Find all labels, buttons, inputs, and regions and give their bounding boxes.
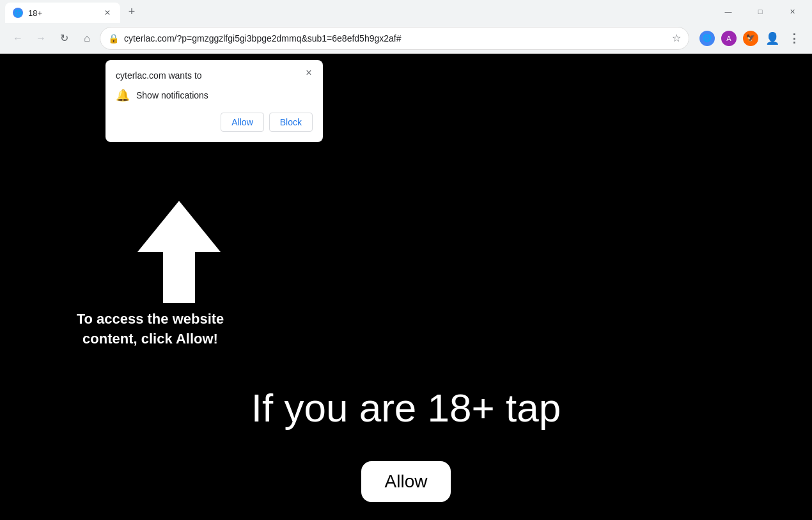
user-button[interactable]: 👤 — [762, 28, 783, 49]
webpage: cyterlac.com wants to × 🔔 Show notificat… — [0, 54, 812, 520]
instruction-text: To access the website content, click All… — [51, 310, 249, 349]
notification-popup: cyterlac.com wants to × 🔔 Show notificat… — [105, 60, 323, 142]
browser-frame: 🌐 18+ ✕ + — □ ✕ ← → ↻ ⌂ 🔒 cyterlac.com/?… — [0, 0, 812, 520]
popup-title: cyterlac.com wants to — [116, 70, 313, 81]
profile-button[interactable]: A — [719, 28, 739, 49]
svg-marker-0 — [137, 201, 221, 303]
bookmark-button[interactable]: ☆ — [672, 32, 681, 44]
address-bar[interactable]: 🔒 cyterlac.com/?p=gmzggzlfgi5gi3bpge2dmm… — [100, 27, 689, 50]
home-button[interactable]: ⌂ — [77, 28, 97, 49]
minimize-button[interactable]: — — [714, 1, 743, 22]
forward-button[interactable]: → — [31, 28, 51, 49]
close-button[interactable]: ✕ — [777, 1, 807, 22]
nav-bar: ← → ↻ ⌂ 🔒 cyterlac.com/?p=gmzggzlfgi5gi3… — [0, 23, 812, 54]
tab-title: 18+ — [28, 8, 97, 18]
popup-actions: Allow Block — [116, 113, 313, 132]
toolbar-buttons: 🌐 A 🦅 👤 ⋮ — [697, 28, 804, 49]
page-allow-button[interactable]: Allow — [361, 461, 451, 502]
window-controls: — □ ✕ — [714, 1, 807, 22]
menu-button[interactable]: ⋮ — [784, 28, 804, 49]
new-tab-button[interactable]: + — [123, 3, 141, 20]
arrow-container — [137, 201, 221, 306]
tap-text: If you are 18+ tap — [0, 385, 812, 430]
popup-close-button[interactable]: × — [302, 67, 315, 79]
url-text: cyterlac.com/?p=gmzggzlfgi5gi3bpge2dmmq&… — [124, 33, 667, 43]
extension-icon: 🦅 — [743, 31, 758, 46]
reload-button[interactable]: ↻ — [54, 28, 74, 49]
popup-allow-button[interactable]: Allow — [221, 113, 263, 132]
permission-text: Show notifications — [136, 90, 208, 100]
world-icon-button[interactable]: 🌐 — [697, 28, 717, 49]
back-button[interactable]: ← — [8, 28, 28, 49]
title-bar: 🌐 18+ ✕ + — □ ✕ — [0, 0, 812, 23]
menu-icon: ⋮ — [788, 31, 800, 45]
tab-favicon: 🌐 — [13, 8, 23, 18]
tab-bar: 🌐 18+ ✕ + — [5, 1, 711, 22]
popup-block-button[interactable]: Block — [269, 113, 313, 132]
popup-permission: 🔔 Show notifications — [116, 88, 313, 102]
tab-close-button[interactable]: ✕ — [102, 8, 113, 18]
up-arrow-icon — [137, 201, 221, 303]
user-icon: 👤 — [765, 31, 779, 45]
world-icon: 🌐 — [699, 31, 715, 46]
maximize-button[interactable]: □ — [746, 1, 775, 22]
extension-button[interactable]: 🦅 — [740, 28, 761, 49]
lock-icon: 🔒 — [108, 33, 119, 43]
bell-icon: 🔔 — [116, 88, 130, 102]
avatar-icon: A — [721, 31, 737, 46]
active-tab[interactable]: 🌐 18+ ✕ — [5, 3, 120, 23]
